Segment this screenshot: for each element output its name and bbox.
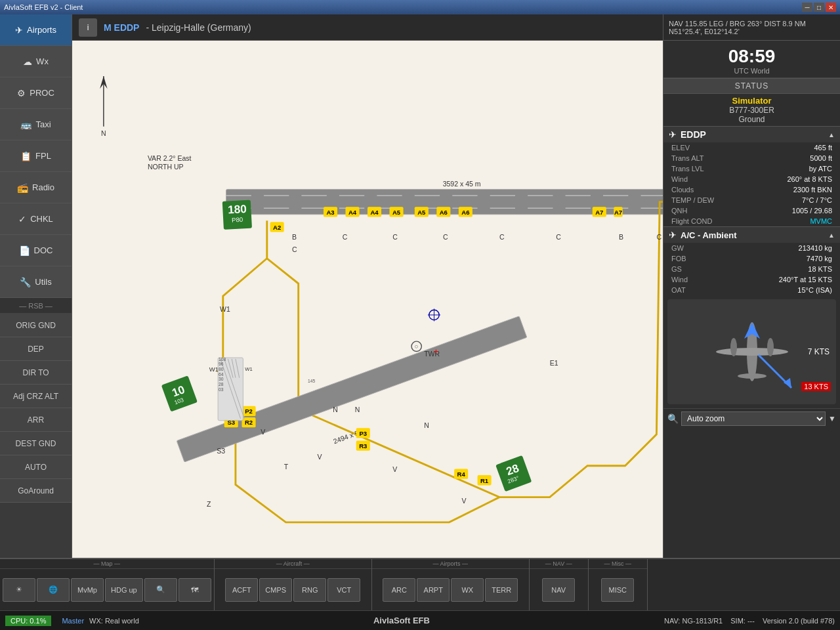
gs-label: GS: [671, 265, 682, 273]
layers-icon: 🗺: [191, 586, 198, 594]
sidebar-item-fpl[interactable]: 📋 FPL: [0, 140, 72, 172]
status-title: STATUS: [663, 78, 840, 94]
airports-icon: ✈: [15, 25, 23, 35]
svg-text:A4: A4: [370, 209, 379, 216]
svg-text:R2: R2: [245, 419, 253, 426]
minimize-button[interactable]: ─: [802, 3, 812, 12]
tempdew-value: 7°C / 7°C: [802, 196, 832, 204]
rsb-dir-to[interactable]: DIR TO: [0, 361, 72, 385]
rsb-dest-gnd[interactable]: DEST GND: [0, 432, 72, 455]
info-button[interactable]: i: [79, 18, 97, 37]
oat-row: OAT 15°C (ISA): [663, 285, 840, 295]
svg-text:W1: W1: [209, 366, 219, 373]
proc-icon: ⚙: [17, 88, 26, 98]
misc-group: — Misc — MISC: [589, 559, 648, 610]
tb-brightness-button[interactable]: ☀: [3, 578, 35, 602]
svg-text:P2: P2: [245, 408, 253, 415]
sidebar-item-radio[interactable]: 📻 Radio: [0, 172, 72, 203]
tb-misc-button[interactable]: MISC: [601, 578, 634, 602]
sidebar-item-wx[interactable]: ☁ Wx: [0, 46, 72, 77]
svg-text:A5: A5: [417, 209, 426, 216]
sidebar-item-utils[interactable]: 🔧 Utils: [0, 266, 72, 298]
ac-wind-label: Wind: [671, 276, 688, 284]
right-panel: 08:59 UTC World STATUS Simulator B777-30…: [663, 41, 840, 558]
svg-text:3592 x 45 m: 3592 x 45 m: [443, 180, 481, 188]
svg-text:V: V: [462, 497, 467, 505]
radio-icon: 📻: [17, 182, 28, 193]
svg-text:30: 30: [219, 377, 224, 381]
ac-wind-value: 240°T at 15 KTS: [779, 276, 832, 284]
brightness-icon: ☀: [16, 585, 22, 594]
rsb-arr[interactable]: ARR: [0, 408, 72, 432]
cpu-label: CPU: 0.1%: [5, 616, 51, 626]
fob-label: FOB: [671, 255, 686, 262]
tb-wx-button[interactable]: WX: [451, 578, 484, 602]
map-area[interactable]: N VAR 2.2° East NORTH UP 26R 264° 180 P8…: [72, 41, 663, 558]
tb-nav-button[interactable]: NAV: [542, 578, 575, 602]
svg-text:C: C: [392, 233, 398, 241]
misc-group-label: — Misc —: [589, 559, 647, 569]
aircraft-group: — Aircraft — ACFT CMPS RNG VCT: [215, 559, 372, 610]
sidebar-item-doc[interactable]: 📄 DOC: [0, 235, 72, 266]
utils-icon: 🔧: [20, 277, 31, 287]
aircraft-group-label: — Aircraft —: [215, 559, 371, 569]
svg-text:96: 96: [219, 362, 224, 366]
tb-cmps-button[interactable]: CMPS: [259, 578, 292, 602]
svg-text:B: B: [619, 233, 623, 241]
sidebar-item-airports[interactable]: ✈ Airports: [0, 14, 72, 46]
wind-row: Wind 260° at 8 KTS: [663, 174, 840, 184]
rsb-goaround[interactable]: GoAround: [0, 479, 72, 503]
svg-text:108: 108: [219, 357, 226, 362]
zoom-select[interactable]: Auto zoom: [681, 411, 826, 426]
airport-code: M EDDP: [104, 22, 139, 33]
svg-text:C: C: [556, 233, 561, 241]
tb-vct-button[interactable]: VCT: [327, 578, 360, 602]
rsb-dep[interactable]: DEP: [0, 337, 72, 361]
tb-globe-button[interactable]: 🌐: [37, 578, 70, 602]
zoom-bar: 🔍 Auto zoom ▼: [663, 408, 840, 429]
close-button[interactable]: ✕: [826, 3, 836, 12]
tb-terr-button[interactable]: TERR: [485, 578, 518, 602]
sidebar-item-proc[interactable]: ⚙ PROC: [0, 77, 72, 109]
tb-arpt-button[interactable]: ARPT: [417, 578, 450, 602]
gw-value: 213410 kg: [799, 244, 832, 252]
nav-group-label: — NAV —: [530, 559, 588, 569]
svg-point-111: [716, 348, 788, 356]
svg-text:N: N: [333, 406, 338, 413]
svg-text:R3: R3: [359, 442, 367, 450]
search-icon[interactable]: 🔍: [667, 413, 679, 424]
tempdew-label: TEMP / DEW: [671, 196, 714, 204]
rsb-auto[interactable]: AUTO: [0, 455, 72, 479]
sidebar-item-chkl[interactable]: ✓ CHKL: [0, 203, 72, 235]
fob-row: FOB 7470 kg: [663, 253, 840, 264]
trans-alt-row: Trans ALT 5000 ft: [663, 153, 840, 163]
trans-lvl-value: by ATC: [809, 165, 832, 173]
tb-layers-button[interactable]: 🗺: [178, 578, 211, 602]
ac-ambient-title: A/C - Ambient: [681, 230, 736, 240]
tb-acft-button[interactable]: ACFT: [225, 578, 258, 602]
clouds-label: Clouds: [671, 186, 694, 194]
speed-label-2: 13 KTS: [801, 382, 831, 391]
tb-arc-button[interactable]: ARC: [383, 578, 415, 602]
ac-wind-row: Wind 240°T at 15 KTS: [663, 274, 840, 285]
statusbar: CPU: 0.1% Master WX: Real world AivlaSof…: [0, 610, 840, 630]
tb-search-button[interactable]: 🔍: [144, 578, 177, 602]
tb-mvmp-button[interactable]: MvMp: [71, 578, 104, 602]
tb-rng-button[interactable]: RNG: [293, 578, 326, 602]
svg-text:A5: A5: [392, 209, 401, 216]
nav-buttons: NAV: [539, 569, 578, 610]
rsb-adj-crz-alt[interactable]: Adj CRZ ALT: [0, 385, 72, 408]
nav-line2: N51°25.4', E012°14.2': [669, 28, 835, 35]
ac-ambient-header[interactable]: ✈ A/C - Ambient ▲: [663, 226, 840, 243]
svg-text:V: V: [261, 428, 265, 436]
ac-header-left: ✈ A/C - Ambient: [669, 230, 736, 240]
airport-header[interactable]: ✈ EDDP ▲: [663, 126, 840, 142]
maximize-button[interactable]: □: [814, 3, 824, 12]
svg-text:03: 03: [219, 387, 224, 392]
sidebar-item-taxi[interactable]: 🚌 Taxi: [0, 109, 72, 140]
topbar: i M EDDP - Leipzig-Halle (Germany): [72, 14, 663, 41]
rsb-orig-gnd[interactable]: ORIG GND: [0, 314, 72, 337]
airports-group-label: — Airports —: [372, 559, 529, 569]
svg-point-112: [738, 373, 766, 379]
tb-hdgup-button[interactable]: HDG up: [105, 578, 143, 602]
